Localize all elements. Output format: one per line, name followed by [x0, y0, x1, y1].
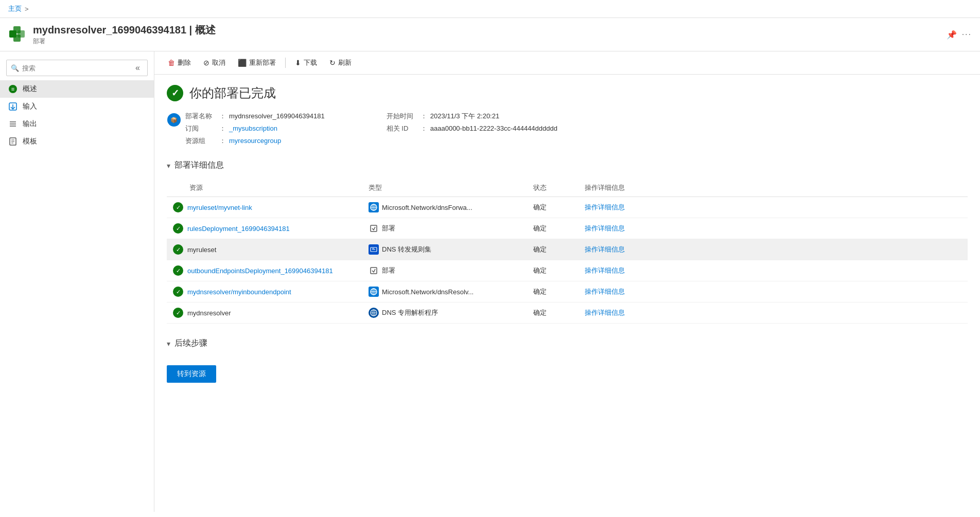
- type-label: 部署: [382, 224, 395, 233]
- cancel-icon: ⊘: [203, 59, 209, 67]
- go-to-resource-button[interactable]: 转到资源: [167, 365, 216, 383]
- status-cell: 确定: [527, 302, 579, 324]
- info-sep-start: ：: [421, 112, 427, 121]
- resource-link[interactable]: outboundEndpointsDeployment_169904639418…: [187, 267, 333, 275]
- row-check-icon: ✓: [173, 287, 183, 297]
- deployment-details-section: ▾ 部署详细信息 资源 类型 状态 操作详细信息: [167, 160, 968, 324]
- svg-text:≡: ≡: [11, 86, 14, 92]
- status-cell: 确定: [527, 218, 579, 239]
- type-deploy-icon: [369, 265, 379, 276]
- sidebar-item-template-label: 模板: [23, 137, 37, 146]
- action-detail-link[interactable]: 操作详细信息: [585, 203, 625, 211]
- sidebar-item-input-label: 输入: [23, 102, 37, 111]
- deployment-info-row: 📦 部署名称 ： mydnsresolver_1699046394181 订阅 …: [167, 112, 968, 146]
- delete-button[interactable]: 🗑 删除: [163, 56, 196, 70]
- search-input[interactable]: [22, 64, 132, 72]
- next-steps-section: ▾ 后续步骤 转到资源: [167, 338, 968, 383]
- resource-link[interactable]: myruleset/myvnet-link: [187, 204, 252, 211]
- refresh-button[interactable]: ↻ 刷新: [324, 56, 357, 70]
- table-row: ✓ myruleset DNS 转发规则集 确定 操作详细信息: [167, 239, 968, 260]
- breadcrumb-home[interactable]: 主页: [8, 4, 22, 13]
- info-row-rg: 资源组 ： myresourcegroup: [185, 136, 325, 146]
- sidebar-item-input[interactable]: 输入: [0, 98, 154, 115]
- type-network-icon: [369, 287, 379, 297]
- info-value-name: mydnsresolver_1699046394181: [229, 112, 325, 120]
- download-button[interactable]: ⬇ 下载: [290, 56, 322, 70]
- layout: 🔍 « ≡ 概述: [0, 51, 980, 512]
- sidebar: 🔍 « ≡ 概述: [0, 51, 154, 512]
- top-bar: 主页 >: [0, 0, 980, 18]
- svg-rect-21: [371, 225, 377, 231]
- type-label: DNS 专用解析程序: [382, 308, 438, 317]
- overview-icon: ≡: [8, 84, 18, 94]
- action-detail-link[interactable]: 操作详细信息: [585, 266, 625, 274]
- col-ops: 操作详细信息: [579, 179, 968, 197]
- info-sep-name: ：: [219, 112, 226, 121]
- col-type: 类型: [362, 179, 527, 197]
- collapse-icon[interactable]: «: [132, 62, 143, 74]
- action-detail-link[interactable]: 操作详细信息: [585, 288, 625, 295]
- refresh-icon: ↻: [329, 59, 336, 67]
- more-icon[interactable]: ···: [962, 30, 972, 39]
- next-steps-header[interactable]: ▾ 后续步骤: [167, 338, 968, 349]
- next-steps-title: 后续步骤: [174, 338, 207, 349]
- resource-link[interactable]: rulesDeployment_1699046394181: [187, 225, 290, 233]
- info-value-id: aaaa0000-bb11-2222-33cc-444444dddddd: [430, 124, 557, 132]
- pin-icon[interactable]: 📌: [947, 30, 957, 40]
- row-check-icon: ✓: [173, 202, 183, 212]
- page-title: mydnsresolver_1699046394181 | 概述: [33, 23, 216, 37]
- info-row-id: 相关 ID ： aaaa0000-bb11-2222-33cc-444444dd…: [387, 124, 557, 133]
- type-deploy-icon: [369, 223, 379, 234]
- info-value-sub[interactable]: _mysubscription: [229, 124, 277, 132]
- deployment-small-icon: 📦: [167, 113, 181, 129]
- resource-name: myruleset: [187, 246, 216, 254]
- row-check-icon: ✓: [173, 244, 183, 255]
- next-steps-chevron-icon: ▾: [167, 340, 170, 348]
- svg-rect-3: [18, 30, 25, 38]
- row-check-icon: ✓: [173, 308, 183, 318]
- download-icon: ⬇: [295, 59, 301, 67]
- cancel-button[interactable]: ⊘ 取消: [198, 56, 231, 70]
- sidebar-item-template[interactable]: 模板: [0, 133, 154, 150]
- type-label: 部署: [382, 266, 395, 275]
- redeploy-button[interactable]: ⬛ 重新部署: [233, 56, 281, 70]
- action-detail-link[interactable]: 操作详细信息: [585, 309, 625, 316]
- sidebar-item-output[interactable]: 输出: [0, 115, 154, 133]
- action-detail-link[interactable]: 操作详细信息: [585, 224, 625, 232]
- info-sep-id: ：: [421, 124, 427, 133]
- info-left: 部署名称 ： mydnsresolver_1699046394181 订阅 ： …: [185, 112, 325, 146]
- row-check-icon: ✓: [173, 223, 183, 234]
- resource-table: 资源 类型 状态 操作详细信息 ✓ myruleset/myvnet-link: [167, 179, 968, 324]
- type-globe-icon: [369, 308, 379, 318]
- info-right: 开始时间 ： 2023/11/3 下午 2:20:21 相关 ID ： aaaa…: [387, 112, 557, 146]
- breadcrumb-sep: >: [25, 5, 29, 13]
- table-row: ✓ mydnsresolver/myinboundendpoint Micros…: [167, 281, 968, 302]
- info-value-start: 2023/11/3 下午 2:20:21: [430, 112, 499, 121]
- header-actions: 📌 ···: [947, 30, 972, 40]
- status-check-icon: ✓: [167, 85, 183, 101]
- info-row-start: 开始时间 ： 2023/11/3 下午 2:20:21: [387, 112, 557, 121]
- type-label: Microsoft.Network/dnsForwa...: [382, 204, 472, 211]
- info-value-rg[interactable]: myresourcegroup: [229, 137, 281, 145]
- page-header: mydnsresolver_1699046394181 | 概述 部署 📌 ··…: [0, 18, 980, 51]
- page-subtitle: 部署: [33, 37, 216, 46]
- table-row: ✓ mydnsresolver DNS 专用解析程序 确定 操作详细信息: [167, 302, 968, 324]
- sidebar-item-overview[interactable]: ≡ 概述: [0, 80, 154, 98]
- template-icon: [8, 137, 18, 146]
- svg-rect-25: [371, 268, 377, 274]
- toolbar: 🗑 删除 ⊘ 取消 ⬛ 重新部署 ⬇ 下载 ↻ 刷新: [154, 51, 980, 75]
- info-label-name: 部署名称: [185, 112, 216, 121]
- content-area: ✓ 你的部署已完成 📦 部署名称 ： mydnsresolver_169: [154, 75, 980, 393]
- status-header: ✓ 你的部署已完成: [167, 85, 968, 101]
- action-detail-link[interactable]: 操作详细信息: [585, 245, 625, 253]
- sidebar-item-overview-label: 概述: [23, 84, 37, 94]
- row-check-icon: ✓: [173, 265, 183, 276]
- breadcrumb: 主页 >: [8, 4, 29, 13]
- resource-link[interactable]: mydnsresolver/myinboundendpoint: [187, 288, 291, 296]
- status-cell: 确定: [527, 260, 579, 281]
- resource-name: mydnsresolver: [187, 309, 231, 317]
- info-sep-rg: ：: [219, 136, 226, 146]
- table-row: ✓ myruleset/myvnet-link Microsoft.Networ…: [167, 197, 968, 218]
- info-sep-sub: ：: [219, 124, 226, 133]
- details-section-header[interactable]: ▾ 部署详细信息: [167, 160, 968, 171]
